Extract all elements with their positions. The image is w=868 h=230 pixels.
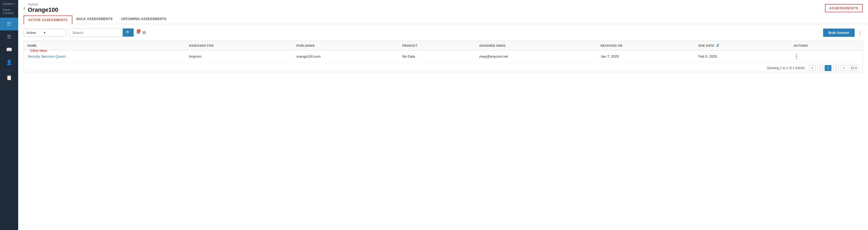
clipboard-icon: 📋 bbox=[6, 75, 12, 81]
cell-assessed-for: Anycom bbox=[185, 50, 292, 63]
sidebar-item-grid[interactable]: ☷ bbox=[0, 17, 18, 30]
grid-icon: ☷ bbox=[7, 21, 11, 27]
cell-actions: ⋮ bbox=[790, 50, 862, 63]
table-header-row: NAME ASSESSED FOR PUBLISHER PRODUCT ASSI… bbox=[24, 41, 862, 50]
per-page-arrow-icon: ▾ bbox=[855, 66, 857, 70]
sidebar-expand-label: Expand bbox=[3, 2, 12, 5]
sidebar-divider bbox=[2, 70, 16, 70]
per-page-select[interactable]: 10 ▾ bbox=[849, 65, 859, 71]
col-actions: ACTIONS bbox=[790, 41, 862, 50]
annotation-text: Click Here bbox=[30, 48, 47, 52]
sidebar-client-connect: Client Connect bbox=[0, 7, 18, 16]
col-assessed-for: ASSESSED FOR bbox=[185, 41, 292, 50]
dropdown-value: Active bbox=[27, 31, 36, 35]
more-options-button[interactable]: ⋮ bbox=[857, 29, 863, 36]
gear-icon: ⚙ bbox=[142, 30, 146, 35]
next-page-button[interactable]: › bbox=[833, 65, 839, 71]
gear-button[interactable]: ⚙ bbox=[142, 30, 146, 35]
tab-bulk-assessments[interactable]: BULK ASSESSMENTS bbox=[72, 15, 117, 24]
assessments-badge[interactable]: ASSESSMENTS bbox=[825, 4, 863, 12]
chevron-down-icon: ▾ bbox=[44, 31, 45, 34]
cell-product: No Data bbox=[399, 50, 475, 63]
sort-icon[interactable]: ⇵ bbox=[716, 43, 719, 47]
tabs: ACTIVE ASSESSMENTS BULK ASSESSMENTS UPCO… bbox=[24, 15, 863, 24]
main-content: ‹ Partner Orange100 ASSESSMENTS ACTIVE A… bbox=[18, 0, 868, 230]
first-page-button[interactable]: « bbox=[809, 65, 816, 71]
current-page-button[interactable]: 1 bbox=[825, 65, 831, 71]
search-button[interactable]: 🔍 bbox=[123, 29, 134, 37]
prev-page-button[interactable]: ‹ bbox=[817, 65, 823, 71]
header: ‹ Partner Orange100 ASSESSMENTS ACTIVE A… bbox=[18, 0, 868, 24]
col-due-date: DUE DATE ⇵ bbox=[694, 41, 790, 50]
assessments-table: NAME ASSESSED FOR PUBLISHER PRODUCT ASSI… bbox=[24, 41, 863, 72]
last-page-button[interactable]: » bbox=[840, 65, 847, 71]
search-input-wrap: 🔍 bbox=[69, 28, 134, 37]
sidebar-item-book[interactable]: 📖 bbox=[0, 43, 18, 56]
bulk-answer-button[interactable]: Bulk Answer bbox=[823, 29, 855, 37]
table-row: Click Here → Security Services Questi...… bbox=[24, 50, 862, 63]
filter-row: Active ▾ 🔍 ⧉ 1 ⚙ Bulk Answer ⋮ bbox=[24, 28, 863, 37]
back-button[interactable]: ‹ bbox=[24, 5, 25, 11]
breadcrumb-title-group: Partner Orange100 bbox=[28, 3, 58, 13]
cell-assignee-email: zoey@anycom.net bbox=[475, 50, 597, 63]
sidebar-nav: ☷ ☰ 📖 👤 📋 bbox=[0, 17, 18, 84]
annotation-arrow-icon: → bbox=[41, 54, 46, 60]
expand-chevrons-icon: » bbox=[13, 2, 15, 5]
col-product: PRODUCT bbox=[399, 41, 475, 50]
assessment-name-link[interactable]: Security Services Questi... bbox=[28, 54, 68, 59]
pagination-row: Showing 1 to 1 of 1 entries « ‹ 1 › » 10… bbox=[24, 63, 862, 72]
book-icon: 📖 bbox=[6, 47, 12, 52]
cell-received-on: Jan 7, 2025 bbox=[597, 50, 695, 63]
search-input[interactable] bbox=[69, 29, 123, 36]
col-assignee-email: ASSIGNEE EMAIL bbox=[475, 41, 597, 50]
sidebar-item-person[interactable]: 👤 bbox=[0, 56, 18, 69]
search-icon: 🔍 bbox=[126, 30, 130, 35]
tab-upcoming-assessments[interactable]: UPCOMING ASSESSMENTS bbox=[117, 15, 171, 24]
pagination-info: Showing 1 to 1 of 1 entries bbox=[767, 66, 805, 70]
header-left: ‹ Partner Orange100 bbox=[24, 3, 58, 13]
per-page-value: 10 bbox=[850, 66, 854, 70]
sidebar-item-list[interactable]: ☰ bbox=[0, 30, 18, 43]
row-actions-button[interactable]: ⋮ bbox=[794, 53, 799, 59]
sidebar-expand[interactable]: Expand » bbox=[0, 0, 18, 7]
sidebar-item-clipboard[interactable]: 📋 bbox=[0, 71, 18, 84]
person-icon: 👤 bbox=[6, 60, 12, 65]
list-icon: ☰ bbox=[7, 34, 11, 40]
sidebar: Expand » Client Connect ☷ ☰ 📖 👤 📋 bbox=[0, 0, 18, 230]
tab-active-assessments[interactable]: ACTIVE ASSESSMENTS bbox=[24, 15, 72, 24]
breadcrumb: Partner bbox=[28, 3, 58, 6]
page-body: Active ▾ 🔍 ⧉ 1 ⚙ Bulk Answer ⋮ bbox=[18, 24, 868, 230]
col-received-on: RECEIVED ON bbox=[597, 41, 695, 50]
filter-badge: 1 bbox=[137, 29, 141, 33]
header-top: ‹ Partner Orange100 ASSESSMENTS bbox=[24, 3, 863, 13]
filter-button[interactable]: ⧉ 1 bbox=[136, 30, 140, 35]
status-dropdown[interactable]: Active ▾ bbox=[24, 29, 66, 37]
cell-name: Click Here → Security Services Questi... bbox=[24, 50, 185, 63]
cell-publisher: orange100.com bbox=[292, 50, 399, 63]
col-name: NAME bbox=[24, 41, 185, 50]
cell-due-date: Feb 5, 2025 bbox=[694, 50, 790, 63]
page-title: Orange100 bbox=[28, 6, 58, 13]
col-publisher: PUBLISHER bbox=[292, 41, 399, 50]
